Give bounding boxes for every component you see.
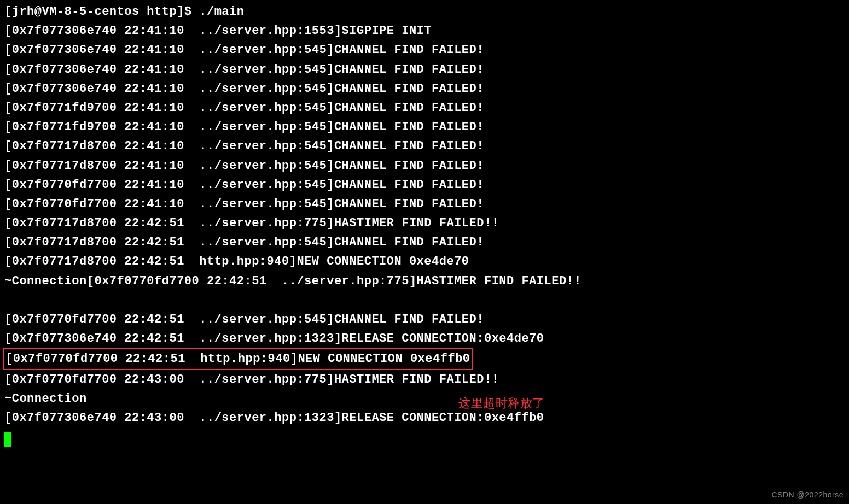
log-line: ~Connection[0x7f0770fd7700 22:42:51 ../s… (4, 272, 845, 291)
highlighted-span: [0x7f0770fd7700 22:42:51 http.hpp:940]NE… (3, 348, 473, 370)
log-line: [0x7f077306e740 22:41:10 ../server.hpp:5… (4, 79, 845, 98)
log-line: [0x7f077306e740 22:41:10 ../server.hpp:1… (4, 21, 845, 40)
annotation-text: 这里超时释放了 (458, 394, 545, 413)
log-line: [0x7f07717d8700 22:42:51 http.hpp:940]NE… (4, 252, 845, 271)
log-line: ~Connection (4, 389, 845, 408)
log-line (4, 291, 845, 310)
highlighted-log-line: [0x7f0770fd7700 22:42:51 http.hpp:940]NE… (4, 348, 845, 370)
watermark: CSDN @2022horse (772, 489, 844, 501)
log-line: [0x7f077306e740 22:43:00 ../server.hpp:1… (4, 408, 845, 427)
log-line: [0x7f077306e740 22:41:10 ../server.hpp:5… (4, 60, 845, 79)
log-line: [0x7f077306e740 22:41:10 ../server.hpp:5… (4, 40, 845, 60)
log-line: [0x7f0770fd7700 22:43:00 ../server.hpp:7… (4, 370, 845, 389)
cursor-line (4, 427, 845, 447)
log-line: [0x7f0771fd9700 22:41:10 ../server.hpp:5… (4, 98, 845, 118)
terminal-prompt-line: [jrh@VM-8-5-centos http]$ ./main (4, 2, 845, 21)
log-line: [0x7f0771fd9700 22:41:10 ../server.hpp:5… (4, 118, 845, 137)
log-line: [0x7f077306e740 22:42:51 ../server.hpp:1… (4, 329, 845, 348)
log-line: [0x7f07717d8700 22:42:51 ../server.hpp:5… (4, 233, 845, 252)
log-line: [0x7f07717d8700 22:41:10 ../server.hpp:5… (4, 156, 845, 175)
log-line: [0x7f07717d8700 22:41:10 ../server.hpp:5… (4, 137, 845, 156)
terminal-output: [0x7f077306e740 22:41:10 ../server.hpp:1… (4, 21, 845, 348)
log-line: [0x7f0770fd7700 22:42:51 ../server.hpp:5… (4, 310, 845, 329)
log-line: [0x7f0770fd7700 22:41:10 ../server.hpp:5… (4, 175, 845, 195)
log-line: [0x7f07717d8700 22:42:51 ../server.hpp:7… (4, 214, 845, 233)
log-line: [0x7f0770fd7700 22:41:10 ../server.hpp:5… (4, 195, 845, 214)
terminal-output-after: [0x7f0770fd7700 22:43:00 ../server.hpp:7… (4, 370, 845, 428)
terminal-cursor (4, 432, 11, 447)
